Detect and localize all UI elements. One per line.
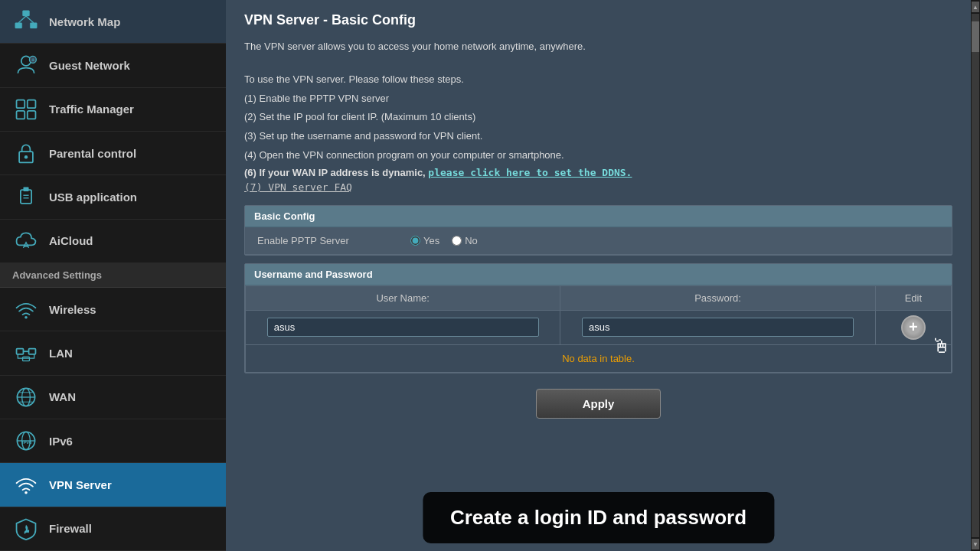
radio-yes-text: Yes xyxy=(423,235,439,246)
table-row: + 🖱 xyxy=(246,310,952,344)
radio-yes-label[interactable]: Yes xyxy=(410,235,439,246)
sidebar-item-usb-application[interactable]: USB application xyxy=(0,175,226,219)
ddns-link[interactable]: please click here to set the DDNS. xyxy=(428,167,632,178)
sidebar-item-label: AiCloud xyxy=(49,234,93,247)
enable-pptp-label: Enable PPTP Server xyxy=(257,235,410,246)
sidebar-item-guest-network[interactable]: + Guest Network xyxy=(0,44,226,87)
svg-rect-8 xyxy=(17,99,25,108)
sidebar-item-label: Wireless xyxy=(49,303,96,316)
sidebar-item-label: Parental control xyxy=(49,147,136,160)
usb-application-icon xyxy=(12,183,40,210)
sidebar: Network Map + Guest Network Traffic Mana… xyxy=(0,0,226,551)
desc-line-3: (1) Enable the PPTP VPN server xyxy=(244,91,952,107)
sidebar-item-label: Guest Network xyxy=(49,59,130,72)
svg-rect-9 xyxy=(28,99,36,108)
svg-line-3 xyxy=(18,16,26,23)
svg-rect-15 xyxy=(23,187,28,191)
sidebar-item-aicloud[interactable]: AiCloud xyxy=(0,220,226,263)
svg-rect-23 xyxy=(23,357,30,361)
svg-rect-10 xyxy=(17,111,25,119)
sidebar-item-label: IPv6 xyxy=(49,435,73,448)
desc-dynamic-ip: (6) If your WAN IP address is dynamic, p… xyxy=(244,167,952,178)
network-map-icon xyxy=(12,8,40,35)
lan-icon xyxy=(12,339,40,367)
sidebar-item-vpn-server[interactable]: VPN Server xyxy=(0,463,226,507)
ipv6-icon: IPv6 xyxy=(12,427,40,455)
add-button[interactable]: + xyxy=(901,315,926,340)
sidebar-item-label: LAN xyxy=(49,347,73,360)
svg-rect-2 xyxy=(30,23,37,28)
radio-no[interactable] xyxy=(452,236,462,246)
enable-pptp-row: Enable PPTP Server Yes No xyxy=(245,227,952,255)
sidebar-item-network-map[interactable]: Network Map xyxy=(0,0,226,44)
svg-rect-20 xyxy=(17,349,24,354)
col-edit: Edit xyxy=(875,285,951,310)
pptp-radio-group: Yes No xyxy=(410,235,478,246)
password-cell xyxy=(560,310,875,344)
svg-point-19 xyxy=(24,316,28,319)
basic-config-title: Basic Config xyxy=(245,206,952,227)
sidebar-item-label: Traffic Manager xyxy=(49,103,134,116)
no-data-row: No data in table. xyxy=(246,344,952,372)
edit-cell: + 🖱 xyxy=(875,310,951,344)
wan-icon xyxy=(12,383,40,411)
sidebar-item-label: VPN Server xyxy=(49,478,112,491)
sidebar-item-label: USB application xyxy=(49,191,137,204)
svg-rect-0 xyxy=(23,11,30,16)
svg-rect-11 xyxy=(28,111,36,119)
traffic-manager-icon xyxy=(12,96,40,123)
sidebar-item-ipv6[interactable]: IPv6 IPv6 xyxy=(0,419,226,463)
svg-line-4 xyxy=(26,16,34,23)
firewall-icon xyxy=(12,515,40,543)
sidebar-item-firewall[interactable]: Firewall xyxy=(0,507,226,551)
parental-control-icon xyxy=(12,139,40,167)
username-input[interactable] xyxy=(267,318,539,337)
desc-line-1: The VPN server allows you to access your… xyxy=(244,39,952,55)
wireless-icon xyxy=(12,295,40,323)
sidebar-item-label: WAN xyxy=(49,390,76,403)
scroll-down-arrow[interactable]: ▼ xyxy=(972,539,979,549)
desc-line-4: (2) Set the IP pool for client IP. (Maxi… xyxy=(244,109,952,126)
username-password-section: Username and Password User Name: Passwor… xyxy=(244,263,952,373)
radio-yes[interactable] xyxy=(410,236,420,246)
desc-line-5: (3) Set up the username and password for… xyxy=(244,129,952,145)
col-username: User Name: xyxy=(246,285,560,310)
svg-point-13 xyxy=(24,155,28,158)
svg-text:IPv6: IPv6 xyxy=(22,439,32,445)
sidebar-item-wan[interactable]: WAN xyxy=(0,376,226,419)
aicloud-icon xyxy=(12,227,40,255)
password-input[interactable] xyxy=(582,318,854,337)
main-content: VPN Server - Basic Config The VPN server… xyxy=(226,0,971,551)
desc-line-6: (4) Open the VPN connection program on y… xyxy=(244,148,952,164)
svg-rect-1 xyxy=(15,23,22,28)
sidebar-item-traffic-manager[interactable]: Traffic Manager xyxy=(0,88,226,132)
svg-point-33 xyxy=(24,491,28,494)
guest-network-icon: + xyxy=(12,51,40,79)
svg-rect-14 xyxy=(21,191,31,204)
sidebar-item-parental-control[interactable]: Parental control xyxy=(0,132,226,175)
no-data-cell: No data in table. xyxy=(246,344,952,372)
col-password: Password: xyxy=(560,285,875,310)
apply-button[interactable]: Apply xyxy=(536,389,662,419)
sidebar-item-lan[interactable]: LAN xyxy=(0,331,226,375)
radio-no-label[interactable]: No xyxy=(452,235,478,246)
vpn-server-icon xyxy=(12,471,40,498)
scroll-track[interactable] xyxy=(972,14,979,537)
advanced-settings-header: Advanced Settings xyxy=(0,263,226,288)
sidebar-item-label: Network Map xyxy=(49,15,120,28)
scroll-up-arrow[interactable]: ▲ xyxy=(972,2,979,12)
desc-faq: (7) VPN server FAQ xyxy=(244,180,952,196)
radio-no-text: No xyxy=(465,235,478,246)
basic-config-section: Basic Config Enable PPTP Server Yes No xyxy=(244,205,952,256)
sidebar-item-wireless[interactable]: Wireless xyxy=(0,288,226,331)
plus-icon: + xyxy=(909,319,918,334)
scrollbar[interactable]: ▲ ▼ xyxy=(971,0,980,551)
svg-text:+: + xyxy=(31,58,34,64)
faq-link[interactable]: (7) VPN server FAQ xyxy=(244,181,352,193)
tooltip-bubble: Create a login ID and password xyxy=(423,492,774,543)
credentials-table: User Name: Password: Edit + xyxy=(245,285,952,373)
svg-rect-21 xyxy=(29,349,36,354)
scroll-thumb[interactable] xyxy=(972,21,979,52)
username-password-title: Username and Password xyxy=(245,264,952,285)
page-title: VPN Server - Basic Config xyxy=(244,12,952,28)
